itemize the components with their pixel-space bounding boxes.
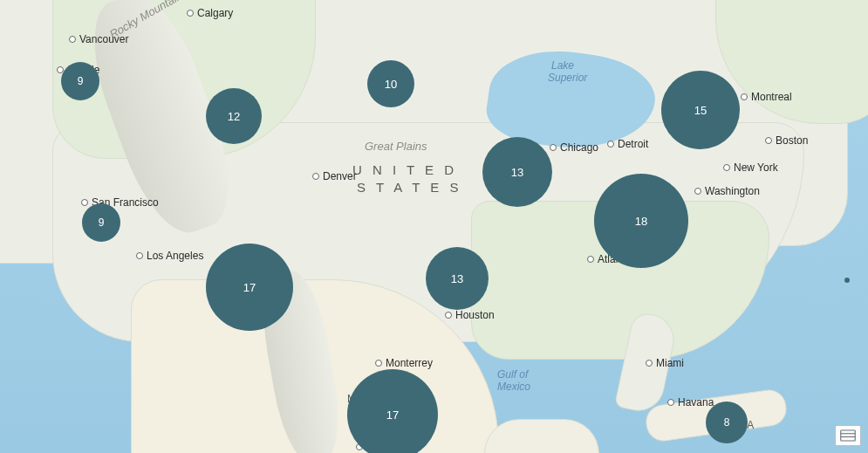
cluster-marker[interactable]: 12	[206, 88, 262, 144]
cluster-count: 9	[99, 216, 105, 229]
cluster-marker[interactable]: 8	[706, 402, 748, 443]
cluster-marker[interactable]: 9	[82, 203, 120, 242]
cluster-count: 13	[451, 272, 463, 285]
islet-marker	[844, 278, 850, 283]
cluster-count: 10	[385, 78, 397, 91]
cluster-count: 18	[635, 215, 647, 228]
cluster-count: 9	[78, 75, 84, 87]
cluster-marker[interactable]: 13	[426, 247, 489, 310]
cluster-marker[interactable]: 17	[206, 244, 293, 331]
cluster-count: 13	[511, 166, 523, 179]
cluster-count: 8	[724, 416, 730, 429]
cluster-marker[interactable]: 15	[661, 71, 740, 149]
cluster-marker[interactable]: 18	[594, 174, 688, 268]
land-yucatan	[484, 419, 599, 453]
cluster-marker[interactable]: 10	[367, 60, 414, 107]
cluster-count: 17	[386, 408, 399, 422]
map-viewport[interactable]: Rocky Mountains Great Plains U N I T E D…	[0, 0, 868, 453]
cluster-count: 15	[694, 104, 707, 117]
cluster-marker[interactable]: 17	[347, 369, 438, 453]
svg-rect-0	[841, 430, 856, 441]
cluster-count: 17	[243, 281, 256, 294]
cluster-marker[interactable]: 13	[482, 137, 552, 207]
cluster-count: 12	[228, 110, 240, 123]
cluster-marker[interactable]: 9	[61, 62, 99, 100]
table-icon	[840, 429, 856, 442]
attribute-table-button[interactable]	[835, 425, 861, 446]
